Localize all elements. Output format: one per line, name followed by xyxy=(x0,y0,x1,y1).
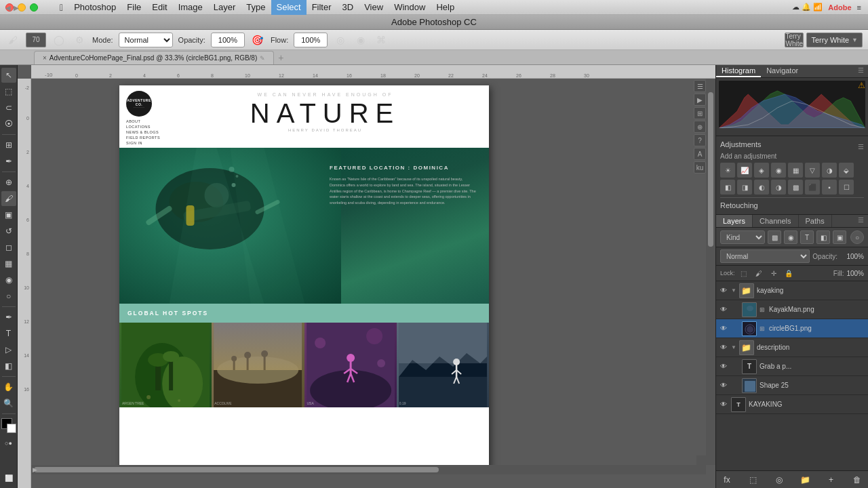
tool-history[interactable]: ↺ xyxy=(1,224,16,239)
layer-visibility-toggle[interactable]: 👁 xyxy=(719,286,728,296)
adjustments-menu-icon[interactable]: ☰ xyxy=(858,143,864,150)
adj-vibrance[interactable]: ◉ xyxy=(771,163,786,178)
menu-3d[interactable]: 3D xyxy=(337,0,359,15)
tool-zoom[interactable]: 🔍 xyxy=(1,396,16,411)
adj-colorbalance[interactable]: ▽ xyxy=(805,163,820,178)
layer-visibility-toggle[interactable]: 👁 xyxy=(719,305,728,314)
layers-filter-smart[interactable]: ▣ xyxy=(833,230,846,244)
adj-threshold[interactable]: ▩ xyxy=(788,180,803,195)
user-name-button[interactable]: Terry White ▼ xyxy=(806,33,863,47)
layer-expand-arrow[interactable]: ▼ xyxy=(731,344,736,350)
tool-move[interactable]: ↖ xyxy=(1,68,16,83)
tool-marquee[interactable]: ⬚ xyxy=(1,84,16,99)
opacity-input[interactable] xyxy=(211,33,245,47)
adj-channelmixer[interactable]: ◧ xyxy=(720,180,735,195)
tool-quick-selection[interactable]: ⦿ xyxy=(1,117,16,131)
tool-preset-icon[interactable]: 🖌 xyxy=(5,33,20,47)
tab-paths[interactable]: Paths xyxy=(799,215,832,227)
tool-lasso[interactable]: ⊂ xyxy=(1,100,16,115)
layer-visibility-toggle[interactable]: 👁 xyxy=(719,343,728,352)
layer-visibility-toggle[interactable]: 👁 xyxy=(719,381,728,390)
vscroll-thumb[interactable] xyxy=(708,92,713,247)
layer-visibility-toggle[interactable]: 👁 xyxy=(719,400,728,409)
menu-window[interactable]: Window xyxy=(389,0,431,15)
adj-levels[interactable]: ☐ xyxy=(839,180,854,195)
adj-gradientmap[interactable]: ▪ xyxy=(822,180,837,195)
menu-type[interactable]: Type xyxy=(241,0,271,15)
doc-tab-close-icon[interactable]: × xyxy=(43,54,47,62)
tool-pen[interactable]: ✒ xyxy=(1,310,16,325)
panel-toggle-3[interactable]: ⊞ xyxy=(694,107,706,119)
panel-toggle-5[interactable]: ? xyxy=(694,134,706,146)
fullscreen-button[interactable] xyxy=(30,3,38,12)
menu-layer[interactable]: Layer xyxy=(208,0,241,15)
hscroll-thumb[interactable] xyxy=(34,467,439,472)
layer-item[interactable]: 👁 ⊞ KayakMan.png xyxy=(716,300,868,319)
adj-curves[interactable]: 📈 xyxy=(737,163,752,178)
canvas-area[interactable]: -10 0 2 4 6 8 10 12 14 16 18 20 22 24 26… xyxy=(18,65,715,488)
layers-filter-type[interactable]: T xyxy=(800,230,814,244)
brush-size-input[interactable]: 70 xyxy=(26,33,46,47)
layer-mode-select[interactable]: Normal xyxy=(720,249,810,263)
menu-file[interactable]: File xyxy=(121,0,146,15)
layer-item[interactable]: 👁 T KAYAKING xyxy=(716,395,868,414)
layer-adjust-button[interactable]: ◎ xyxy=(772,473,786,487)
tool-type[interactable]: T xyxy=(1,326,16,341)
vscroll[interactable] xyxy=(706,79,715,465)
tab-channels[interactable]: Channels xyxy=(753,215,798,227)
layers-menu-icon[interactable]: ☰ xyxy=(854,215,868,227)
menu-view[interactable]: View xyxy=(359,0,389,15)
symmetry-icon[interactable]: ⌘ xyxy=(374,33,389,47)
layer-item[interactable]: 👁 T Grab a p... xyxy=(716,357,868,376)
layer-visibility-toggle[interactable]: 👁 xyxy=(719,362,728,371)
tool-brush[interactable]: 🖌 xyxy=(1,191,16,206)
tool-color[interactable] xyxy=(1,418,16,433)
lock-position[interactable]: ✛ xyxy=(768,267,780,279)
layer-group-button[interactable]: 📁 xyxy=(798,473,812,487)
tool-path-select[interactable]: ▷ xyxy=(1,342,16,357)
pressure-flow-icon[interactable]: ◎ xyxy=(333,33,348,47)
tool-dodge[interactable]: ○ xyxy=(1,289,16,304)
histogram-menu-icon[interactable]: ☰ xyxy=(854,65,868,77)
panel-toggle-4[interactable]: ⊕ xyxy=(694,121,706,133)
tab-histogram[interactable]: Histogram xyxy=(716,65,761,77)
panel-toggle-7[interactable]: ku xyxy=(694,161,706,174)
menu-photoshop[interactable]: Photoshop xyxy=(68,0,121,15)
adj-bw[interactable]: ◑ xyxy=(822,163,837,178)
tool-gradient[interactable]: ▦ xyxy=(1,256,16,271)
layers-kind-select[interactable]: Kind xyxy=(720,230,765,244)
user-button[interactable]: Terry White xyxy=(785,33,804,47)
layer-mask-button[interactable]: ⬚ xyxy=(746,473,760,487)
menu-help[interactable]: Help xyxy=(431,0,460,15)
layer-item[interactable]: 👁 ⊞ circleBG1.png xyxy=(716,319,868,338)
doc-nav-right[interactable]: ▶ xyxy=(14,4,19,12)
lock-all[interactable]: 🔒 xyxy=(783,267,795,279)
doc-nav-left[interactable]: ◀ xyxy=(5,4,11,12)
background-color[interactable] xyxy=(7,424,16,433)
tab-navigator[interactable]: Navigator xyxy=(761,65,804,77)
layer-expand-arrow[interactable]: ▼ xyxy=(731,287,736,293)
layer-item[interactable]: 👁 Shape 25 xyxy=(716,376,868,395)
tool-mode-icons[interactable]: ○● xyxy=(1,436,16,451)
lock-image[interactable]: 🖌 xyxy=(753,267,765,279)
tool-crop[interactable]: ⊞ xyxy=(1,138,16,152)
menu-image[interactable]: Image xyxy=(173,0,208,15)
hscroll[interactable]: ▶ xyxy=(31,465,706,474)
menu-edit[interactable]: Edit xyxy=(146,0,172,15)
layer-fx-button[interactable]: fx xyxy=(720,473,734,487)
tool-stamp[interactable]: ▣ xyxy=(1,207,16,222)
adj-photofilter[interactable]: ⬙ xyxy=(839,163,854,178)
menu-filter[interactable]: Filter xyxy=(307,0,337,15)
layers-filter-toggle[interactable]: ○ xyxy=(850,230,864,244)
adj-brightness[interactable]: ☀ xyxy=(720,163,735,178)
tool-eyedropper[interactable]: ✒ xyxy=(1,154,16,169)
menu-apple[interactable]:  xyxy=(54,0,68,15)
document-tab[interactable]: × AdventureCoHomePage_Final.psd @ 33.3% … xyxy=(34,51,274,64)
adj-exposure[interactable]: ◈ xyxy=(754,163,769,178)
panel-toggle-1[interactable]: ☰ xyxy=(694,80,706,92)
tab-layers[interactable]: Layers xyxy=(716,215,753,227)
tool-heal[interactable]: ⊕ xyxy=(1,175,16,190)
panel-toggle-2[interactable]: ▶ xyxy=(694,94,706,106)
tool-shape[interactable]: ◧ xyxy=(1,359,16,373)
play-icon[interactable]: ▶ xyxy=(33,466,37,473)
